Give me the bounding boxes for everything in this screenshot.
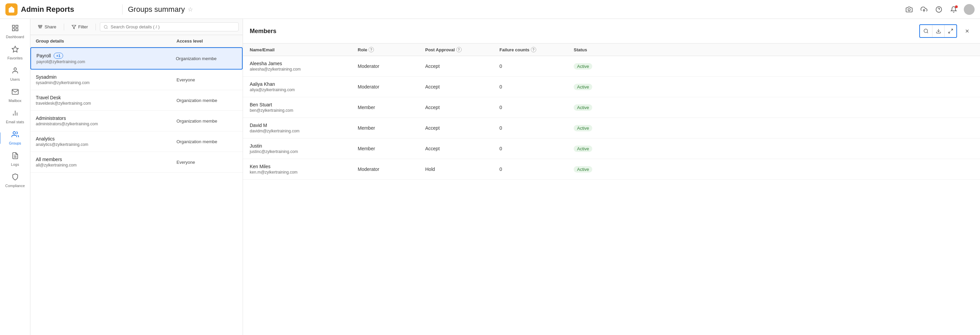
sidebar-item-groups[interactable]: Groups [2, 128, 29, 148]
table-row[interactable]: Travel Desk traveldesk@zylkertraining.co… [30, 90, 243, 111]
sidebar-item-dashboard[interactable]: Dashboard [2, 22, 29, 41]
toolbar: Share Filter [30, 19, 243, 35]
member-role: Member [358, 105, 425, 110]
export-members-button[interactable] [932, 25, 944, 37]
group-name: Sysadmin [36, 74, 177, 80]
toolbar-separator [64, 24, 64, 30]
sidebar-item-email-stats[interactable]: Email stats [2, 107, 29, 127]
member-info: Ben Stuart ben@zylkertraining.com [250, 102, 358, 113]
app-title: Admin Reports [21, 5, 74, 14]
sidebar-item-favorites-label: Favorites [8, 56, 22, 60]
notification-dot [955, 5, 958, 8]
member-role: Moderator [358, 84, 425, 89]
member-info: Ken Miles ken.m@zylkertraining.com [250, 164, 358, 175]
col-approval-header: Post Approval ? [425, 47, 500, 53]
group-info: Administrators administrators@zylkertrai… [36, 115, 177, 126]
member-info: Aaliya Khan aliya@zylkertraining.com [250, 81, 358, 92]
groups-table-body: Payroll +1 payroll@zylkertraining.com Or… [30, 47, 243, 335]
user-avatar[interactable] [964, 4, 975, 15]
svg-marker-8 [12, 46, 18, 52]
upload-icon[interactable] [919, 5, 929, 14]
compliance-icon [11, 173, 19, 182]
fullscreen-members-button[interactable] [944, 25, 956, 37]
failure-help-icon[interactable]: ? [531, 47, 536, 53]
table-row[interactable]: Analytics analytics@zylkertraining.com O… [30, 131, 243, 152]
members-header: Members [243, 19, 980, 43]
group-access: Everyone [177, 77, 195, 82]
member-row[interactable]: Ben Stuart ben@zylkertraining.com Member… [243, 97, 980, 118]
member-status: Active [574, 166, 973, 172]
table-row[interactable]: Payroll +1 payroll@zylkertraining.com Or… [30, 47, 243, 70]
members-title: Members [250, 28, 919, 35]
sidebar-item-compliance[interactable]: Compliance [2, 171, 29, 190]
table-row[interactable]: Sysadmin sysadmin@zylkertraining.com Eve… [30, 70, 243, 90]
member-name: Aleesha James [250, 61, 358, 66]
filter-label: Filter [78, 24, 88, 29]
approval-help-icon[interactable]: ? [456, 47, 461, 53]
group-email: analytics@zylkertraining.com [36, 142, 177, 147]
col-access-header: Access level [177, 38, 237, 43]
member-approval: Accept [425, 64, 500, 69]
close-members-button[interactable] [961, 25, 973, 37]
member-info: Justin justinc@zylkertraining.com [250, 143, 358, 154]
group-name: All members [36, 157, 177, 162]
members-table-header: Name/Email Role ? Post Approval ? Failur… [243, 43, 980, 56]
member-row[interactable]: David M davidm@zylkertraining.com Member… [243, 118, 980, 139]
group-badge: +1 [54, 53, 63, 59]
star-icon[interactable]: ☆ [188, 6, 193, 13]
search-members-button[interactable] [920, 25, 932, 37]
member-failure: 0 [500, 166, 574, 172]
svg-point-0 [908, 8, 910, 11]
svg-rect-17 [40, 25, 42, 26]
member-email: aleesha@zylkertraining.com [250, 67, 358, 72]
member-row[interactable]: Aaliya Khan aliya@zylkertraining.com Mod… [243, 77, 980, 97]
member-role: Moderator [358, 166, 425, 172]
member-row[interactable]: Aleesha James aleesha@zylkertraining.com… [243, 56, 980, 77]
group-info: Payroll +1 payroll@zylkertraining.com [37, 53, 176, 64]
group-name: Travel Desk [36, 95, 177, 100]
table-row[interactable]: All members all@zylkertraining.com Every… [30, 152, 243, 172]
group-access: Organization membe [177, 98, 217, 103]
col-failure-header: Failure counts ? [500, 47, 574, 53]
group-name: Administrators [36, 115, 177, 121]
member-email: davidm@zylkertraining.com [250, 129, 358, 133]
group-access: Organization membe [176, 56, 216, 61]
svg-point-13 [13, 132, 15, 134]
camera-icon[interactable] [904, 5, 914, 14]
col-status-header: Status [574, 47, 973, 53]
sidebar-item-mailbox[interactable]: Mailbox [2, 85, 29, 105]
role-help-icon[interactable]: ? [369, 47, 374, 53]
member-failure: 0 [500, 105, 574, 110]
sidebar-item-compliance-label: Compliance [5, 184, 25, 188]
sidebar-item-users[interactable]: Users [2, 64, 29, 84]
search-bar[interactable] [100, 22, 239, 31]
svg-point-24 [924, 29, 928, 33]
sidebar-item-favorites[interactable]: Favorites [2, 43, 29, 63]
col-group-header: Group details [36, 38, 177, 43]
sidebar-item-logs[interactable]: Logs [2, 149, 29, 169]
group-email: payroll@zylkertraining.com [37, 59, 176, 64]
group-info: Travel Desk traveldesk@zylkertraining.co… [36, 95, 177, 106]
share-button[interactable]: Share [34, 22, 60, 31]
sidebar-item-email-stats-label: Email stats [6, 120, 24, 124]
search-input[interactable] [111, 24, 235, 29]
svg-rect-6 [16, 29, 18, 31]
member-approval: Accept [425, 105, 500, 110]
help-icon[interactable] [934, 5, 943, 14]
table-row[interactable]: Administrators administrators@zylkertrai… [30, 111, 243, 131]
filter-button[interactable]: Filter [68, 22, 91, 31]
member-info: David M davidm@zylkertraining.com [250, 123, 358, 133]
page-title-area: Groups summary ☆ [128, 5, 899, 14]
member-approval: Accept [425, 84, 500, 89]
notification-icon[interactable] [949, 5, 958, 14]
member-approval: Accept [425, 125, 500, 131]
member-row[interactable]: Ken Miles ken.m@zylkertraining.com Moder… [243, 159, 980, 180]
page-title: Groups summary [128, 5, 185, 14]
sidebar-item-users-label: Users [10, 77, 20, 81]
top-header: Admin Reports Groups summary ☆ [0, 0, 980, 19]
member-row[interactable]: Justin justinc@zylkertraining.com Member… [243, 139, 980, 159]
svg-point-9 [14, 68, 16, 70]
svg-point-22 [104, 26, 107, 29]
group-info: Analytics analytics@zylkertraining.com [36, 136, 177, 147]
member-name: Ken Miles [250, 164, 358, 169]
